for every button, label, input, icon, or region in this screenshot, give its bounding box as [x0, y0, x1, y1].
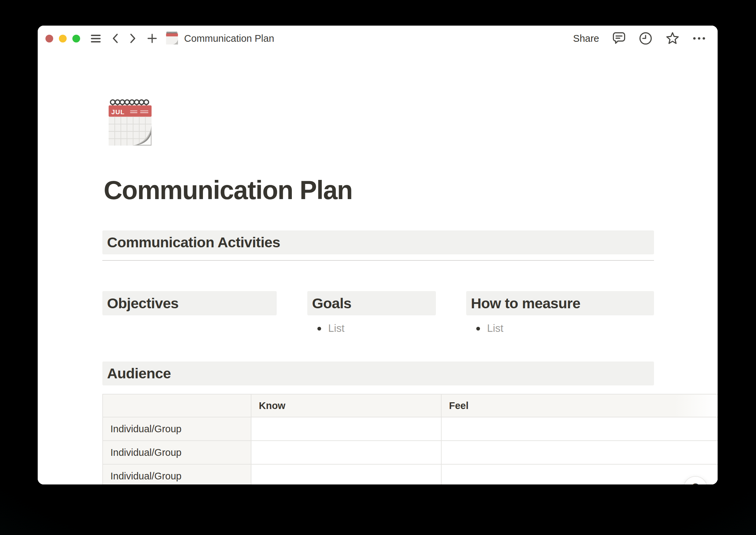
- heading-audience[interactable]: Audience: [102, 361, 654, 385]
- column-how-to-measure: How to measure List: [466, 291, 654, 336]
- heading-communication-activities[interactable]: Communication Activities: [102, 230, 654, 254]
- table-cell[interactable]: [442, 465, 718, 484]
- clock-icon: [639, 32, 652, 45]
- forward-button[interactable]: [129, 33, 137, 44]
- zoom-window-button[interactable]: [72, 35, 80, 42]
- new-page-button[interactable]: [147, 33, 157, 43]
- table-cell[interactable]: [442, 441, 718, 465]
- column-list: Objectives Goals List How to measure Lis…: [102, 291, 654, 336]
- chevron-right-icon: [129, 33, 137, 44]
- table-row-label[interactable]: Individual/Group: [103, 417, 251, 441]
- ellipsis-icon: [693, 37, 706, 40]
- titlebar[interactable]: Communication Plan Share: [38, 26, 718, 51]
- comments-button[interactable]: [612, 32, 626, 45]
- chevron-left-icon: [111, 33, 119, 44]
- table-cell[interactable]: [251, 441, 442, 465]
- star-icon: [665, 32, 680, 45]
- table-header-know[interactable]: Know: [251, 395, 442, 417]
- page-content: JUL Communication Plan Communi: [38, 51, 718, 484]
- calendar-month-label: JUL: [111, 108, 125, 116]
- comment-bubble-icon: [612, 32, 626, 45]
- list-item-placeholder: List: [487, 322, 503, 335]
- plus-icon: [147, 33, 157, 43]
- page-title[interactable]: Communication Plan: [104, 175, 352, 205]
- traffic-lights: [45, 35, 80, 42]
- calendar-emoji-icon: [166, 31, 178, 45]
- table-row-label[interactable]: Individual/Group: [103, 441, 251, 465]
- divider: [102, 260, 654, 261]
- more-options-button[interactable]: [693, 37, 706, 40]
- table-row-label[interactable]: Individual/Group: [103, 465, 251, 484]
- page-icon-calendar[interactable]: JUL: [107, 98, 153, 149]
- document-title: Communication Plan: [184, 33, 274, 44]
- table-cell[interactable]: [251, 417, 442, 441]
- heading-objectives[interactable]: Objectives: [102, 291, 277, 315]
- audience-table: Know Feel Individual/Group Individual/Gr…: [102, 394, 718, 484]
- table-header-cell[interactable]: [103, 395, 251, 417]
- table-cell[interactable]: [251, 465, 442, 484]
- heading-how-to-measure[interactable]: How to measure: [466, 291, 654, 315]
- back-button[interactable]: [111, 33, 119, 44]
- table-header-feel[interactable]: Feel: [442, 395, 718, 417]
- minimize-window-button[interactable]: [59, 35, 67, 42]
- page-history-button[interactable]: [639, 32, 652, 45]
- hamburger-icon: [91, 34, 101, 43]
- column-goals: Goals List: [307, 291, 436, 336]
- breadcrumb[interactable]: Communication Plan: [166, 31, 274, 45]
- bullet-icon: [476, 327, 480, 331]
- column-objectives: Objectives: [102, 291, 277, 336]
- heading-goals[interactable]: Goals: [307, 291, 436, 315]
- favorite-button[interactable]: [665, 32, 680, 45]
- table-cell[interactable]: [442, 417, 718, 441]
- close-window-button[interactable]: [45, 35, 53, 42]
- share-button[interactable]: Share: [573, 33, 599, 44]
- sidebar-toggle-button[interactable]: [91, 34, 101, 43]
- list-item-placeholder: List: [328, 322, 344, 335]
- desktop-background: Communication Plan Share: [0, 0, 756, 535]
- app-window: Communication Plan Share: [38, 26, 718, 484]
- bullet-icon: [317, 327, 321, 331]
- list-item[interactable]: List: [466, 321, 654, 336]
- list-item[interactable]: List: [307, 321, 436, 336]
